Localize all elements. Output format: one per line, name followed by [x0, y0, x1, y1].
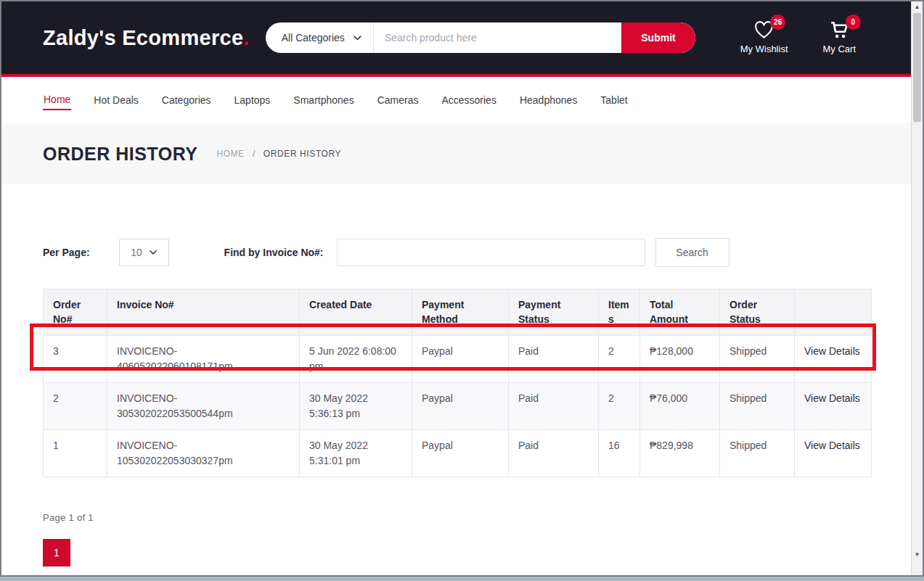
cell-order_no: 2 — [44, 382, 107, 429]
invoice-search-button[interactable]: Search — [655, 238, 729, 267]
cell-action: View Details — [795, 335, 872, 382]
cell-created: 5 Jun 2022 6:08:00 pm — [300, 335, 412, 382]
column-header: Items — [599, 289, 640, 336]
nav-item-accessories[interactable]: Accessories — [441, 91, 496, 110]
order-history-content: Per Page: 10 Find by Invoice No#: Search… — [1, 238, 911, 566]
breadcrumb-separator: / — [253, 149, 255, 159]
cell-total: ₱128,000 — [640, 335, 720, 382]
cell-method: Paypal — [412, 335, 509, 382]
browser-window: Zaldy's Ecommerce. All Categories Submit… — [0, 0, 924, 577]
cell-method: Paypal — [412, 429, 509, 477]
orders-table-wrap: Order No#Invoice No#Created DatePayment … — [43, 289, 870, 477]
cell-created: 30 May 2022 5:31:01 pm — [300, 429, 412, 477]
cell-method: Paypal — [412, 382, 509, 429]
column-header — [795, 289, 872, 336]
brand-logo[interactable]: Zaldy's Ecommerce. — [43, 26, 250, 50]
header-actions: 26 My Wishlist 0 My Cart — [740, 21, 856, 54]
column-header: Order No# — [44, 289, 107, 336]
cart-button[interactable]: 0 My Cart — [823, 21, 856, 54]
find-invoice-label: Find by Invoice No#: — [224, 247, 324, 258]
vertical-scrollbar[interactable]: ▲ ▼ — [911, 1, 923, 575]
cell-invoice: INVOICENO-105302022053030327pm — [107, 429, 300, 477]
brand-dot: . — [243, 26, 249, 49]
wishlist-count-badge: 26 — [770, 15, 785, 30]
search-input[interactable] — [374, 22, 621, 53]
column-header: Payment Method — [412, 289, 509, 336]
cell-payment_status: Paid — [509, 335, 599, 382]
category-select-value: All Categories — [282, 32, 345, 44]
page-summary: Page 1 of 1 — [43, 512, 870, 523]
nav-item-categories[interactable]: Categories — [161, 91, 212, 110]
nav-item-smartphones[interactable]: Smartphones — [293, 91, 354, 110]
pagination: 1 — [43, 539, 870, 566]
cart-count-badge: 0 — [846, 15, 861, 30]
orders-table: Order No#Invoice No#Created DatePayment … — [43, 289, 872, 477]
cell-items: 2 — [599, 382, 640, 429]
main-nav: HomeHot DealsCategoriesLaptopsSmartphone… — [1, 77, 911, 123]
table-row: 3INVOICENO-406052022060108171pm5 Jun 202… — [44, 335, 872, 382]
nav-item-home[interactable]: Home — [43, 90, 71, 110]
column-header: Created Date — [300, 289, 412, 336]
column-header: Total Amount — [640, 289, 720, 336]
list-controls: Per Page: 10 Find by Invoice No#: Search — [43, 238, 870, 267]
nav-item-cameras[interactable]: Cameras — [377, 91, 420, 110]
view-details-link[interactable]: View Details — [804, 345, 860, 357]
cell-order_status: Shipped — [720, 335, 795, 382]
per-page-label: Per Page: — [43, 247, 90, 258]
cell-action: View Details — [795, 429, 872, 477]
scrollbar-thumb[interactable] — [913, 13, 921, 122]
per-page-value: 10 — [131, 247, 142, 258]
category-select[interactable]: All Categories — [266, 22, 374, 53]
cell-order_no: 3 — [44, 335, 107, 382]
page-title-band: ORDER HISTORY HOME / ORDER HISTORY — [1, 123, 911, 184]
nav-item-tablet[interactable]: Tablet — [600, 91, 628, 110]
nav-item-hot-deals[interactable]: Hot Deals — [93, 91, 139, 110]
pagination-page-1[interactable]: 1 — [43, 539, 70, 566]
cell-items: 16 — [599, 429, 640, 477]
top-header-bar: Zaldy's Ecommerce. All Categories Submit… — [1, 1, 911, 77]
product-search-bar: All Categories Submit — [266, 22, 695, 53]
per-page-select[interactable]: 10 — [119, 239, 169, 266]
wishlist-label: My Wishlist — [740, 44, 788, 54]
view-details-link[interactable]: View Details — [804, 392, 860, 404]
breadcrumb-current: ORDER HISTORY — [263, 149, 341, 159]
cell-payment_status: Paid — [509, 382, 599, 429]
page-title: ORDER HISTORY — [43, 144, 197, 165]
brand-name: Zaldy's Ecommerce — [43, 26, 243, 49]
cell-items: 2 — [599, 335, 640, 382]
scroll-up-arrow[interactable]: ▲ — [912, 4, 923, 10]
breadcrumb-home-link[interactable]: HOME — [216, 149, 244, 159]
cell-invoice: INVOICENO-305302022053500544pm — [107, 382, 300, 429]
search-submit-button[interactable]: Submit — [621, 22, 695, 53]
nav-item-headphones[interactable]: Headphones — [519, 91, 578, 110]
wishlist-button[interactable]: 26 My Wishlist — [740, 21, 788, 54]
cell-order_status: Shipped — [720, 382, 795, 429]
view-details-link[interactable]: View Details — [804, 440, 860, 451]
column-header: Invoice No# — [107, 289, 300, 336]
cell-invoice: INVOICENO-406052022060108171pm — [107, 335, 300, 382]
cell-order_no: 1 — [44, 429, 107, 477]
cell-payment_status: Paid — [509, 429, 599, 477]
cell-total: ₱76,000 — [640, 382, 720, 429]
breadcrumb: HOME / ORDER HISTORY — [216, 149, 341, 159]
table-row: 2INVOICENO-305302022053500544pm30 May 20… — [44, 382, 872, 429]
nav-item-laptops[interactable]: Laptops — [234, 91, 271, 110]
table-row: 1INVOICENO-105302022053030327pm30 May 20… — [44, 429, 872, 477]
chevron-down-icon — [150, 250, 157, 255]
table-header-row: Order No#Invoice No#Created DatePayment … — [44, 289, 872, 336]
scroll-down-arrow[interactable]: ▼ — [912, 552, 923, 558]
cell-action: View Details — [795, 382, 872, 429]
column-header: Order Status — [720, 289, 795, 336]
chevron-down-icon — [353, 36, 361, 41]
cell-total: ₱829,998 — [640, 429, 720, 477]
cell-order_status: Shipped — [720, 429, 795, 477]
cell-created: 30 May 2022 5:36:13 pm — [300, 382, 412, 429]
invoice-search-input[interactable] — [337, 239, 645, 266]
cart-label: My Cart — [823, 44, 856, 54]
column-header: Payment Status — [509, 289, 599, 336]
page-content: Zaldy's Ecommerce. All Categories Submit… — [1, 1, 911, 575]
